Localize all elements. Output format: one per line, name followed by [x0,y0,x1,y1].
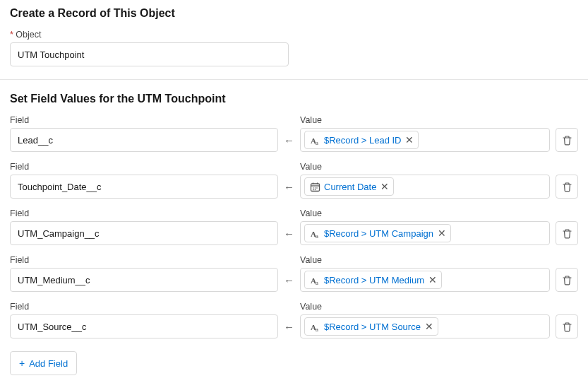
field-input[interactable]: Touchpoint_Date__c [10,175,278,199]
delete-row-button[interactable] [556,221,578,245]
field-input-value: Touchpoint_Date__c [18,182,102,192]
value-label: Value [300,302,550,312]
delete-row-button[interactable] [556,268,578,292]
delete-row-button[interactable] [556,314,578,338]
field-input[interactable]: UTM_Source__c [10,314,278,338]
field-input[interactable]: Lead__c [10,128,278,152]
text-type-icon [308,134,321,146]
field-label: Field [10,255,278,265]
calendar-icon [308,180,321,193]
section-divider [0,79,588,80]
required-star-icon: * [10,30,13,40]
value-pill-text: $Record > UTM Medium [324,275,424,285]
text-type-icon [308,227,321,240]
field-mapping-row: FieldTouchpoint_Date__c←ValueCurrent Dat… [10,162,578,199]
remove-pill-icon[interactable]: ✕ [438,228,446,238]
field-mapping-row: FieldUTM_Campaign__c←Value$Record > UTM … [10,208,578,245]
remove-pill-icon[interactable]: ✕ [425,322,433,331]
field-input-value: UTM_Campaign__c [18,228,100,239]
field-label: Field [10,115,278,125]
value-label: Value [300,162,550,172]
field-input-value: Lead__c [18,135,53,146]
arrow-left-icon: ← [284,128,294,152]
add-field-button[interactable]: + Add Field [10,351,77,375]
value-pill-text: Current Date [324,182,376,192]
field-input[interactable]: UTM_Campaign__c [10,221,278,245]
value-pill[interactable]: Current Date✕ [304,177,394,196]
value-pill-text: $Record > UTM Source [324,322,421,332]
value-pill[interactable]: $Record > UTM Campaign✕ [304,224,451,242]
text-type-icon [308,273,321,286]
remove-pill-icon[interactable]: ✕ [405,135,414,145]
field-input-value: UTM_Source__c [18,322,87,332]
object-label-text: Object [16,30,41,40]
delete-row-button[interactable] [556,128,578,152]
value-label: Value [300,115,550,125]
section-title-create-record: Create a Record of This Object [10,7,578,20]
remove-pill-icon[interactable]: ✕ [380,182,389,192]
arrow-left-icon: ← [284,314,294,338]
delete-row-button[interactable] [556,175,578,199]
value-label: Value [300,208,550,218]
object-input-value: UTM Touchpoint [18,49,84,60]
field-label: Field [10,208,278,218]
value-input[interactable]: $Record > UTM Medium✕ [300,268,550,292]
value-label: Value [300,255,550,265]
field-mapping-row: FieldLead__c←Value$Record > Lead ID✕ [10,115,578,152]
arrow-left-icon: ← [284,175,294,199]
field-mapping-row: FieldUTM_Source__c←Value$Record > UTM So… [10,302,578,338]
field-mapping-row: FieldUTM_Medium__c←Value$Record > UTM Me… [10,255,578,292]
value-pill[interactable]: $Record > UTM Medium✕ [304,271,442,289]
text-type-icon [308,320,321,333]
arrow-left-icon: ← [284,268,294,292]
value-input[interactable]: $Record > Lead ID✕ [300,128,550,152]
field-input[interactable]: UTM_Medium__c [10,268,278,292]
arrow-left-icon: ← [284,221,294,245]
field-label: Field [10,162,278,172]
value-pill[interactable]: $Record > UTM Source✕ [304,317,438,336]
value-input[interactable]: $Record > UTM Campaign✕ [300,221,550,245]
add-field-label: Add Field [29,358,68,369]
value-input[interactable]: $Record > UTM Source✕ [300,314,550,338]
object-label: * Object [10,30,578,40]
plus-icon: + [19,358,25,369]
value-pill-text: $Record > UTM Campaign [324,228,433,239]
object-input[interactable]: UTM Touchpoint [10,42,289,66]
remove-pill-icon[interactable]: ✕ [428,275,437,285]
value-input[interactable]: Current Date✕ [300,175,550,199]
field-label: Field [10,302,278,312]
field-input-value: UTM_Medium__c [18,275,90,285]
value-pill[interactable]: $Record > Lead ID✕ [304,131,419,149]
value-pill-text: $Record > Lead ID [324,135,401,146]
section-title-set-fields: Set Field Values for the UTM Touchpoint [10,93,578,105]
